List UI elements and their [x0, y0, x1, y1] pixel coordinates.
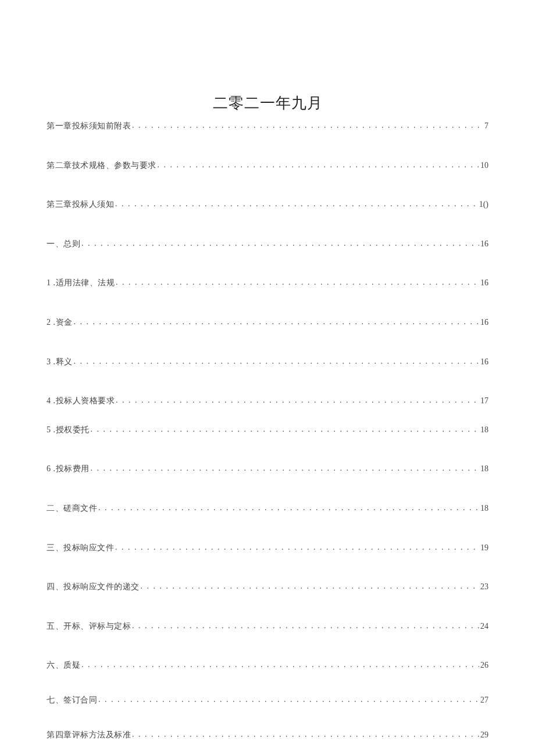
toc-label: 1 .适用法律、法规 [47, 277, 115, 289]
toc-leader-dots [115, 199, 478, 210]
toc-entry: 第二章技术规格、参数与要求10 [47, 160, 488, 171]
toc-leader-dots [74, 356, 480, 367]
toc-leader-dots [158, 160, 480, 171]
toc-entry: 一、总则16 [47, 238, 488, 250]
toc-entry: 6 .投标费用 18 [47, 463, 488, 475]
table-of-contents: 第一章投标须知前附表7第二章技术规格、参数与要求10第三章投标人须知 1()一、… [47, 120, 488, 740]
toc-page-number: 18 [480, 463, 488, 475]
toc-label: 第二章技术规格、参数与要求 [47, 160, 156, 171]
document-page: 二零二一年九月 第一章投标须知前附表7第二章技术规格、参数与要求10第三章投标人… [0, 0, 535, 756]
toc-label: 5 .授权委托 [47, 424, 90, 436]
toc-leader-dots [132, 120, 483, 131]
toc-page-number: 29 [480, 729, 488, 741]
toc-entry: 四、投标响应文件的递交 23 [47, 581, 488, 593]
toc-leader-dots [116, 277, 479, 288]
toc-page-number: 7 [484, 120, 488, 132]
toc-entry: 二、磋商文件 18 [47, 503, 488, 514]
toc-label: 六、质疑 [47, 660, 80, 671]
toc-label: 三、投标响应文件 [47, 542, 114, 554]
toc-page-number: 19 [480, 542, 488, 554]
toc-page-number: 1() [479, 199, 488, 210]
toc-entry: 第三章投标人须知 1() [47, 199, 488, 210]
toc-page-number: 16 [480, 356, 488, 368]
toc-leader-dots [132, 729, 479, 740]
toc-leader-dots [74, 317, 480, 328]
toc-label: 第一章投标须知前附表 [47, 120, 131, 132]
toc-leader-dots [91, 463, 480, 474]
toc-page-number: 24 [480, 621, 488, 632]
toc-label: 第四章评标方法及标准 [47, 729, 131, 741]
toc-leader-dots [98, 694, 479, 705]
toc-label: 七、签订合同 [47, 694, 97, 706]
toc-entry: 第四章评标方法及标准 29 [47, 729, 488, 741]
toc-leader-dots [98, 503, 479, 514]
toc-leader-dots [91, 424, 480, 435]
toc-entry: 4 .投标人资格要求 17 [47, 395, 488, 407]
page-title: 二零二一年九月 [47, 93, 488, 113]
toc-page-number: 18 [480, 424, 488, 436]
toc-page-number: 18 [480, 503, 488, 514]
toc-leader-dots [116, 395, 479, 406]
toc-entry: 六、质疑 26 [47, 660, 488, 671]
toc-label: 五、开标、评标与定标 [47, 621, 131, 632]
toc-label: 2 .资金 [47, 317, 73, 328]
toc-entry: 第一章投标须知前附表7 [47, 120, 488, 132]
toc-label: 6 .投标费用 [47, 463, 90, 475]
toc-entry: 五、开标、评标与定标 24 [47, 621, 488, 632]
toc-page-number: 16 [480, 317, 488, 328]
toc-label: 3 .释义 [47, 356, 73, 368]
toc-entry: 七、签订合同 27 [47, 694, 488, 706]
toc-entry: 3 .释义 16 [47, 356, 488, 368]
toc-label: 4 .投标人资格要求 [47, 395, 115, 407]
toc-leader-dots [81, 238, 479, 249]
toc-entry: 1 .适用法律、法规16 [47, 277, 488, 289]
toc-entry: 2 .资金 16 [47, 317, 488, 328]
toc-page-number: 10 [480, 160, 488, 171]
toc-label: 一、总则 [47, 238, 80, 250]
toc-page-number: 23 [480, 581, 488, 593]
toc-label: 二、磋商文件 [47, 503, 97, 514]
toc-page-number: 26 [480, 660, 488, 671]
toc-page-number: 16 [480, 238, 488, 250]
toc-entry: 三、投标响应文件 19 [47, 542, 488, 554]
toc-label: 四、投标响应文件的递交 [47, 581, 140, 593]
toc-page-number: 17 [480, 395, 488, 407]
toc-leader-dots [141, 581, 480, 592]
toc-leader-dots [132, 621, 479, 632]
toc-page-number: 27 [480, 694, 488, 706]
toc-label: 第三章投标人须知 [47, 199, 114, 210]
toc-page-number: 16 [480, 277, 488, 289]
toc-leader-dots [81, 660, 479, 671]
toc-leader-dots [115, 542, 479, 553]
toc-entry: 5 .授权委托 18 [47, 424, 488, 436]
